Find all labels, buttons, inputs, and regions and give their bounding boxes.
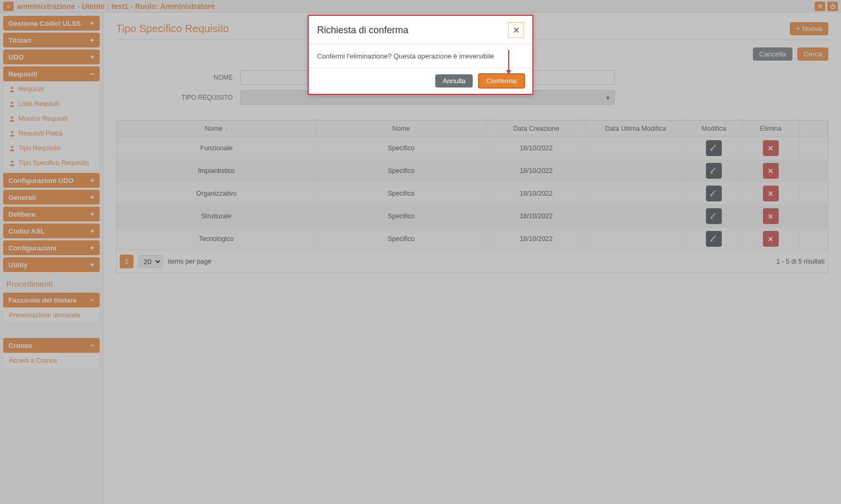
modal-body-text: Confermi l'eliminazione? Questa operazio… xyxy=(317,52,494,60)
modal-overlay: Richiesta di conferma ✕ Confermi l'elimi… xyxy=(0,0,841,504)
confirm-modal: Richiesta di conferma ✕ Confermi l'elimi… xyxy=(308,15,533,95)
modal-close-button[interactable]: ✕ xyxy=(508,22,524,38)
modal-cancel-button[interactable]: Annulla xyxy=(435,74,473,88)
annotation-arrow xyxy=(506,50,511,74)
modal-confirm-button[interactable]: Conferma xyxy=(478,73,525,89)
modal-title: Richiesta di conferma xyxy=(317,25,408,36)
